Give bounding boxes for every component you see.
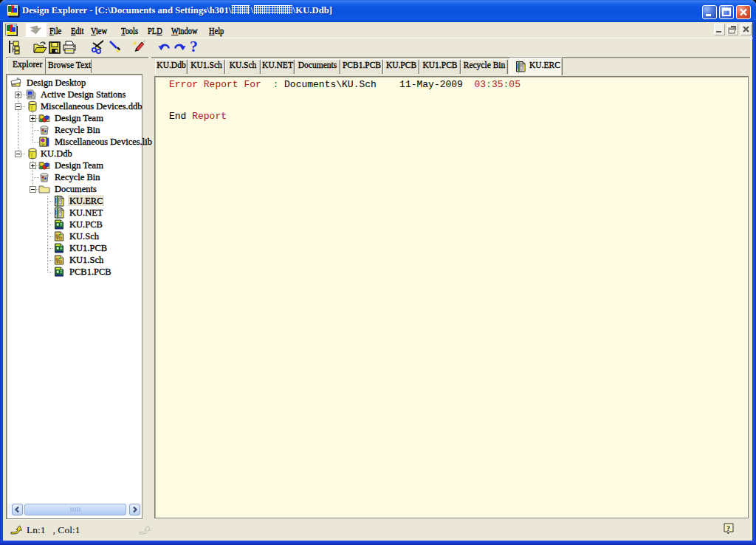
svg-text:?: ? <box>726 524 730 532</box>
